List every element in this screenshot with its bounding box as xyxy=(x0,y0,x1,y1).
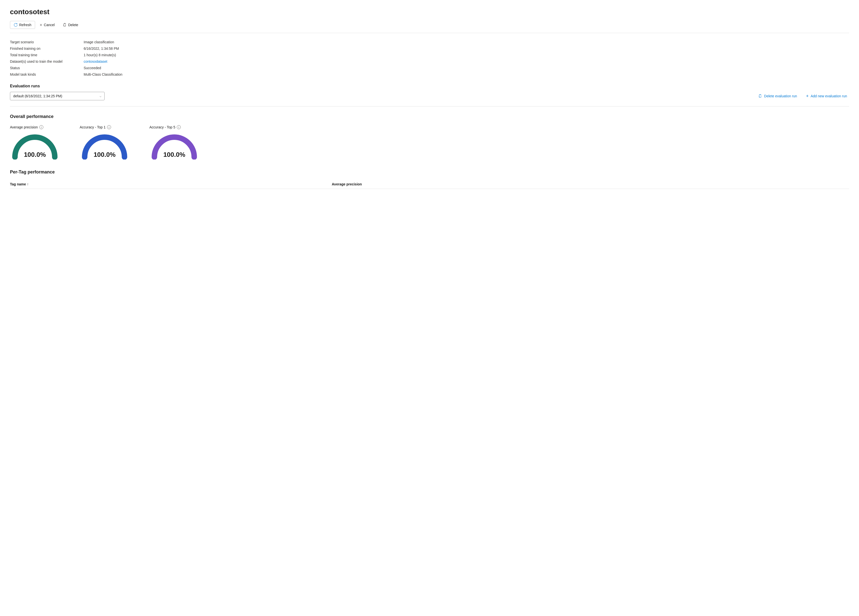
page-title: contosotest xyxy=(10,8,849,16)
per-tag-table: Tag name ↑Average precision xyxy=(10,180,849,189)
delete-eval-run-button[interactable]: Delete evaluation run xyxy=(756,93,799,100)
info-icon: i xyxy=(39,125,43,129)
overall-performance-title: Overall performance xyxy=(10,114,849,119)
plus-icon: + xyxy=(806,94,809,98)
gauges-row: Average precision i 100.0%Accuracy - Top… xyxy=(10,125,849,159)
gauge-value: 100.0% xyxy=(163,151,185,159)
info-label: Target scenario xyxy=(10,40,80,44)
toolbar: Refresh ✕ Cancel Delete xyxy=(10,21,849,33)
evaluation-runs-section-title: Evaluation runs xyxy=(10,84,849,88)
delete-icon xyxy=(63,23,67,27)
gauge-label-text: Average precision xyxy=(10,125,38,129)
gauge-label: Average precision i xyxy=(10,125,43,129)
chevron-down-icon: ⌵ xyxy=(100,94,102,98)
cancel-label: Cancel xyxy=(44,23,55,27)
gauge-item: Accuracy - Top 5 i 100.0% xyxy=(149,125,199,159)
gauge-label: Accuracy - Top 1 i xyxy=(80,125,111,129)
gauge-item: Accuracy - Top 1 i 100.0% xyxy=(80,125,130,159)
info-label: Status xyxy=(10,66,80,70)
info-value: Succeeded xyxy=(84,66,849,70)
gauge-container: 100.0% xyxy=(80,132,130,159)
info-grid: Target scenarioImage classificationFinis… xyxy=(10,40,849,76)
delete-eval-icon xyxy=(758,94,762,98)
cancel-button[interactable]: ✕ Cancel xyxy=(36,21,58,29)
info-value: 1 hour(s) 8 minute(s) xyxy=(84,53,849,57)
info-value: Multi-Class Classification xyxy=(84,72,849,76)
eval-run-dropdown[interactable]: default (6/16/2022, 1:34:25 PM) ⌵ xyxy=(10,92,105,100)
refresh-icon xyxy=(14,23,18,27)
table-column-header[interactable]: Tag name ↑ xyxy=(10,180,332,189)
info-label: Total training time xyxy=(10,53,80,57)
gauge-container: 100.0% xyxy=(10,132,60,159)
eval-actions: Delete evaluation run + Add new evaluati… xyxy=(756,92,849,100)
info-value: Image classification xyxy=(84,40,849,44)
gauge-value: 100.0% xyxy=(24,151,46,159)
per-tag-performance-title: Per-Tag performance xyxy=(10,170,849,175)
per-tag-table-header: Tag name ↑Average precision xyxy=(10,180,849,189)
delete-label: Delete xyxy=(68,23,78,27)
add-eval-run-button[interactable]: + Add new evaluation run xyxy=(804,92,849,100)
cancel-icon: ✕ xyxy=(40,23,42,27)
info-value-link[interactable]: contosodataset xyxy=(84,59,849,64)
info-icon: i xyxy=(177,125,181,129)
delete-eval-run-label: Delete evaluation run xyxy=(764,94,797,98)
add-eval-run-label: Add new evaluation run xyxy=(811,94,847,98)
info-label: Finished training on xyxy=(10,47,80,50)
gauge-label-text: Accuracy - Top 5 xyxy=(149,125,175,129)
info-label: Dataset(s) used to train the model xyxy=(10,59,80,64)
refresh-button[interactable]: Refresh xyxy=(10,21,35,29)
gauge-container: 100.0% xyxy=(149,132,199,159)
info-value: 6/16/2022, 1:34:58 PM xyxy=(84,47,849,50)
gauge-label-text: Accuracy - Top 1 xyxy=(80,125,106,129)
info-icon: i xyxy=(107,125,111,129)
gauge-label: Accuracy - Top 5 i xyxy=(149,125,181,129)
gauge-item: Average precision i 100.0% xyxy=(10,125,60,159)
table-column-header: Average precision xyxy=(332,180,849,189)
info-label: Model task kinds xyxy=(10,72,80,76)
delete-button[interactable]: Delete xyxy=(59,21,82,29)
eval-controls: default (6/16/2022, 1:34:25 PM) ⌵ Delete… xyxy=(10,92,849,106)
refresh-label: Refresh xyxy=(19,23,31,27)
eval-run-dropdown-value: default (6/16/2022, 1:34:25 PM) xyxy=(13,94,62,98)
gauge-value: 100.0% xyxy=(94,151,116,159)
